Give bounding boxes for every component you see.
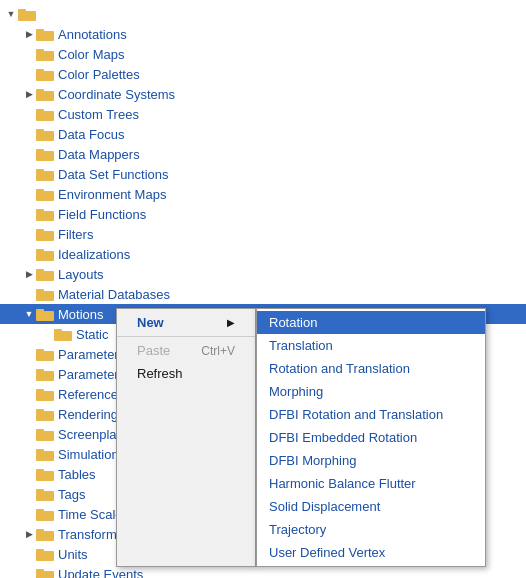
label-layouts: Layouts (58, 267, 104, 282)
arrow-parameters (22, 347, 36, 361)
folder-icon-update-events (36, 567, 54, 578)
tree-item-layouts[interactable]: Layouts (0, 264, 526, 284)
folder-icon-idealizations (36, 247, 54, 261)
svg-rect-23 (36, 229, 44, 233)
folder-icon-layouts (36, 267, 54, 281)
arrow-tags (22, 487, 36, 501)
tree-item-idealizations[interactable]: Idealizations (0, 244, 526, 264)
svg-rect-25 (36, 249, 44, 253)
context-menu-new-arrow: ▶ (227, 317, 235, 328)
tree-item-data-set-functions[interactable]: Data Set Functions (0, 164, 526, 184)
arrow-data-mappers (22, 147, 36, 161)
svg-rect-5 (36, 49, 44, 53)
tree-item-environment-maps[interactable]: Environment Maps (0, 184, 526, 204)
svg-rect-1 (18, 9, 26, 13)
folder-icon-parameters2 (36, 367, 54, 381)
submenu-item-translation[interactable]: Translation (257, 334, 485, 357)
label-data-set-functions: Data Set Functions (58, 167, 169, 182)
submenu-item-rotation[interactable]: Rotation (257, 311, 485, 334)
arrow-tables (22, 467, 36, 481)
label-idealizations: Idealizations (58, 247, 130, 262)
submenu-item-dfbi-rotation-translation[interactable]: DFBI Rotation and Translation (257, 403, 485, 426)
context-menu-paste: Paste Ctrl+V (117, 339, 255, 362)
svg-rect-3 (36, 29, 44, 33)
submenu-item-rotation-translation[interactable]: Rotation and Translation (257, 357, 485, 380)
svg-rect-51 (36, 509, 44, 513)
folder-icon-screenplays (36, 427, 54, 441)
arrow-layouts (22, 267, 36, 281)
context-menu-new[interactable]: New ▶ (117, 311, 255, 334)
svg-rect-57 (36, 569, 44, 573)
tree-item-annotations[interactable]: Annotations (0, 24, 526, 44)
folder-icon-data-set-functions (36, 167, 54, 181)
folder-icon-filters (36, 227, 54, 241)
submenu-items-container: RotationTranslationRotation and Translat… (257, 311, 485, 564)
submenu-item-dfbi-morphing[interactable]: DFBI Morphing (257, 449, 485, 472)
context-menu-paste-shortcut: Ctrl+V (201, 344, 235, 358)
context-menu-new-label: New (137, 315, 164, 330)
submenu-item-trajectory[interactable]: Trajectory (257, 518, 485, 541)
context-menu-refresh[interactable]: Refresh (117, 362, 255, 385)
context-menu-overlay: New ▶ Paste Ctrl+V Refresh RotationTrans… (116, 308, 486, 567)
label-motions: Motions (58, 307, 104, 322)
tree-root[interactable] (0, 4, 526, 24)
root-arrow (4, 7, 18, 21)
label-filters: Filters (58, 227, 93, 242)
tree-item-custom-trees[interactable]: Custom Trees (0, 104, 526, 124)
submenu-item-morphing[interactable]: Morphing (257, 380, 485, 403)
context-menu-paste-label: Paste (137, 343, 170, 358)
folder-icon-tables (36, 467, 54, 481)
svg-rect-33 (54, 329, 62, 333)
arrow-screenplays (22, 427, 36, 441)
folder-icon-color-maps (36, 47, 54, 61)
arrow-idealizations (22, 247, 36, 261)
label-data-focus: Data Focus (58, 127, 124, 142)
submenu-item-solid-displacement[interactable]: Solid Displacement (257, 495, 485, 518)
tree-item-color-palettes[interactable]: Color Palettes (0, 64, 526, 84)
submenu-item-harmonic-balance-flutter[interactable]: Harmonic Balance Flutter (257, 472, 485, 495)
tree-item-data-focus[interactable]: Data Focus (0, 124, 526, 144)
folder-icon-motions (36, 307, 54, 321)
tree-item-filters[interactable]: Filters (0, 224, 526, 244)
folder-icon-color-palettes (36, 67, 54, 81)
tree-item-coordinate-systems[interactable]: Coordinate Systems (0, 84, 526, 104)
tree-item-field-functions[interactable]: Field Functions (0, 204, 526, 224)
label-transforms: Transforms (58, 527, 123, 542)
svg-rect-27 (36, 269, 44, 273)
arrow-environment-maps (22, 187, 36, 201)
submenu-item-dfbi-embedded-rotation[interactable]: DFBI Embedded Rotation (257, 426, 485, 449)
tree-item-color-maps[interactable]: Color Maps (0, 44, 526, 64)
arrow-time-scales (22, 507, 36, 521)
folder-icon-static (54, 327, 72, 341)
label-color-palettes: Color Palettes (58, 67, 140, 82)
arrow-parameters2 (22, 367, 36, 381)
svg-rect-37 (36, 369, 44, 373)
context-menu-divider (117, 336, 255, 337)
label-coordinate-systems: Coordinate Systems (58, 87, 175, 102)
arrow-simulation-operations (22, 447, 36, 461)
arrow-units (22, 547, 36, 561)
arrow-data-set-functions (22, 167, 36, 181)
arrow-rendering-materials (22, 407, 36, 421)
arrow-color-maps (22, 47, 36, 61)
label-color-maps: Color Maps (58, 47, 124, 62)
tree-item-material-databases[interactable]: Material Databases (0, 284, 526, 304)
label-update-events: Update Events (58, 567, 143, 579)
label-tags: Tags (58, 487, 85, 502)
svg-rect-49 (36, 489, 44, 493)
svg-rect-21 (36, 209, 44, 213)
svg-rect-13 (36, 129, 44, 133)
svg-rect-31 (36, 309, 44, 313)
svg-rect-53 (36, 529, 44, 533)
arrow-custom-trees (22, 107, 36, 121)
label-data-mappers: Data Mappers (58, 147, 140, 162)
tree-item-data-mappers[interactable]: Data Mappers (0, 144, 526, 164)
svg-rect-29 (36, 289, 44, 293)
folder-icon-tags (36, 487, 54, 501)
root-folder-icon (18, 7, 36, 21)
submenu-item-user-defined-vertex[interactable]: User Defined Vertex (257, 541, 485, 564)
arrow-color-palettes (22, 67, 36, 81)
folder-icon-material-databases (36, 287, 54, 301)
label-tables: Tables (58, 467, 96, 482)
folder-icon-data-mappers (36, 147, 54, 161)
